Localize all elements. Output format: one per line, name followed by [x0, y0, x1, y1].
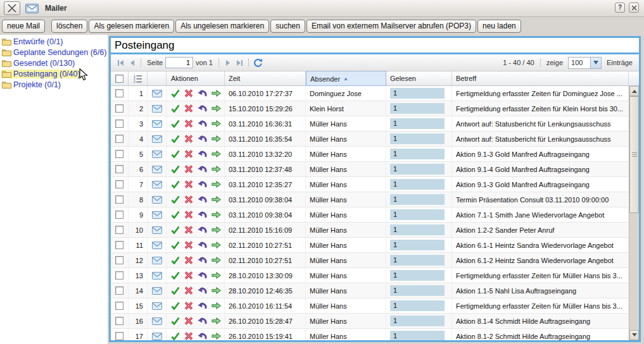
check-action-icon[interactable] [171, 165, 180, 173]
next-page-button[interactable] [222, 57, 234, 68]
reply-action-icon[interactable] [198, 165, 207, 173]
row-checkbox[interactable] [115, 226, 123, 234]
table-row[interactable]: 8 03.11.2010 09:38:04 Müller Hans 1 Term… [111, 192, 629, 207]
delete-action-icon[interactable] [184, 135, 193, 143]
forward-action-icon[interactable] [212, 181, 221, 188]
open-mail-icon[interactable] [148, 177, 167, 192]
zeit-column-header[interactable]: Zeit [225, 71, 306, 85]
check-action-icon[interactable] [171, 302, 180, 310]
sidebar-item-entwuerfe[interactable]: Entwürfe (0/1) [0, 36, 108, 47]
open-mail-icon[interactable] [148, 329, 167, 340]
open-mail-icon[interactable] [148, 314, 167, 328]
row-checkbox[interactable] [115, 332, 123, 340]
forward-action-icon[interactable] [212, 257, 221, 264]
open-mail-icon[interactable] [148, 192, 167, 207]
open-mail-icon[interactable] [148, 253, 167, 267]
window-menu-button[interactable] [4, 1, 20, 15]
table-row[interactable]: 1 06.10.2010 17:27:37 Dominguez Jose 1 F… [111, 86, 629, 101]
check-action-icon[interactable] [171, 211, 180, 219]
vertical-scrollbar[interactable] [629, 86, 639, 340]
row-checkbox[interactable] [115, 135, 123, 143]
open-mail-icon[interactable] [148, 116, 167, 131]
reply-action-icon[interactable] [198, 211, 207, 219]
scroll-up-button[interactable] [629, 86, 639, 96]
scrollbar-thumb[interactable] [629, 96, 639, 213]
table-row[interactable]: 16 26.10.2010 15:28:47 Müller Hans 1 Akt… [111, 314, 629, 329]
table-row[interactable]: 5 03.11.2010 13:32:20 Müller Hans 1 Akti… [111, 147, 629, 162]
forward-action-icon[interactable] [212, 302, 221, 309]
row-number-column-icon[interactable]: 123 [129, 71, 148, 85]
mark-unread-button[interactable]: Als ungelesen markieren [175, 20, 269, 33]
mail-column-header[interactable] [148, 71, 167, 85]
row-checkbox[interactable] [115, 150, 123, 158]
reply-action-icon[interactable] [198, 271, 207, 280]
delete-action-icon[interactable] [184, 271, 193, 280]
table-row[interactable]: 10 02.11.2010 15:16:09 Müller Hans 1 Akt… [111, 223, 629, 238]
delete-action-icon[interactable] [184, 256, 193, 264]
delete-action-icon[interactable] [184, 150, 193, 158]
reply-action-icon[interactable] [198, 104, 207, 113]
row-checkbox[interactable] [115, 256, 123, 264]
table-row[interactable]: 11 02.11.2010 10:27:51 Müller Hans 1 Akt… [111, 238, 629, 253]
forward-action-icon[interactable] [212, 120, 221, 127]
table-row[interactable]: 12 02.11.2010 10:27:51 Müller Hans 1 Akt… [111, 253, 629, 268]
check-action-icon[interactable] [171, 150, 180, 158]
row-checkbox[interactable] [115, 271, 123, 280]
fetch-pop3-button[interactable]: Email von externem Mailserver abrufen (P… [306, 20, 476, 33]
help-button[interactable]: ? [615, 3, 625, 13]
mark-read-button[interactable]: Als gelesen markieren [89, 20, 174, 33]
absender-column-header[interactable]: Absender ▲ [306, 71, 386, 86]
row-checkbox[interactable] [115, 180, 123, 188]
delete-action-icon[interactable] [184, 226, 193, 234]
open-mail-icon[interactable] [148, 207, 167, 222]
reply-action-icon[interactable] [198, 332, 207, 340]
check-action-icon[interactable] [171, 104, 180, 113]
sidebar-item-projekte[interactable]: Projekte (0/1) [0, 79, 108, 90]
table-row[interactable]: 7 03.11.2010 12:35:27 Müller Hans 1 Akti… [111, 177, 629, 192]
reply-action-icon[interactable] [198, 195, 207, 204]
reply-action-icon[interactable] [198, 180, 207, 188]
row-checkbox[interactable] [115, 104, 123, 113]
scrollbar-track[interactable] [629, 96, 639, 330]
reply-action-icon[interactable] [198, 302, 207, 310]
delete-button[interactable]: löschen [51, 20, 87, 33]
table-row[interactable]: 6 03.11.2010 12:37:48 Müller Hans 1 Akti… [111, 162, 629, 177]
forward-action-icon[interactable] [212, 272, 221, 279]
forward-action-icon[interactable] [212, 90, 221, 97]
row-checkbox[interactable] [115, 165, 123, 173]
check-action-icon[interactable] [171, 226, 180, 234]
open-mail-icon[interactable] [148, 223, 167, 237]
open-mail-icon[interactable] [148, 268, 167, 283]
check-action-icon[interactable] [171, 89, 180, 97]
open-mail-icon[interactable] [148, 238, 167, 252]
prev-page-button[interactable] [126, 57, 137, 68]
row-checkbox[interactable] [115, 195, 123, 204]
select-all-checkbox[interactable] [111, 71, 129, 85]
check-action-icon[interactable] [171, 271, 180, 280]
delete-action-icon[interactable] [184, 89, 193, 97]
delete-action-icon[interactable] [184, 302, 193, 310]
forward-action-icon[interactable] [212, 317, 221, 324]
last-page-button[interactable] [234, 57, 245, 68]
row-checkbox[interactable] [115, 317, 123, 325]
forward-action-icon[interactable] [212, 196, 221, 203]
row-checkbox[interactable] [115, 89, 123, 97]
check-action-icon[interactable] [171, 180, 180, 188]
reply-action-icon[interactable] [198, 317, 207, 325]
reply-action-icon[interactable] [198, 286, 207, 295]
page-number-input[interactable] [165, 57, 193, 68]
delete-action-icon[interactable] [184, 120, 193, 128]
forward-action-icon[interactable] [212, 333, 221, 340]
open-mail-icon[interactable] [148, 101, 167, 116]
forward-action-icon[interactable] [212, 242, 221, 249]
forward-action-icon[interactable] [212, 226, 221, 233]
forward-action-icon[interactable] [212, 287, 221, 294]
table-row[interactable]: 13 28.10.2010 13:30:09 Müller Hans 1 Fer… [111, 268, 629, 283]
close-button[interactable] [629, 3, 639, 13]
forward-action-icon[interactable] [212, 105, 221, 112]
check-action-icon[interactable] [171, 241, 180, 249]
row-checkbox[interactable] [115, 302, 123, 310]
row-checkbox[interactable] [115, 211, 123, 219]
open-mail-icon[interactable] [148, 283, 167, 298]
open-mail-icon[interactable] [148, 86, 167, 101]
